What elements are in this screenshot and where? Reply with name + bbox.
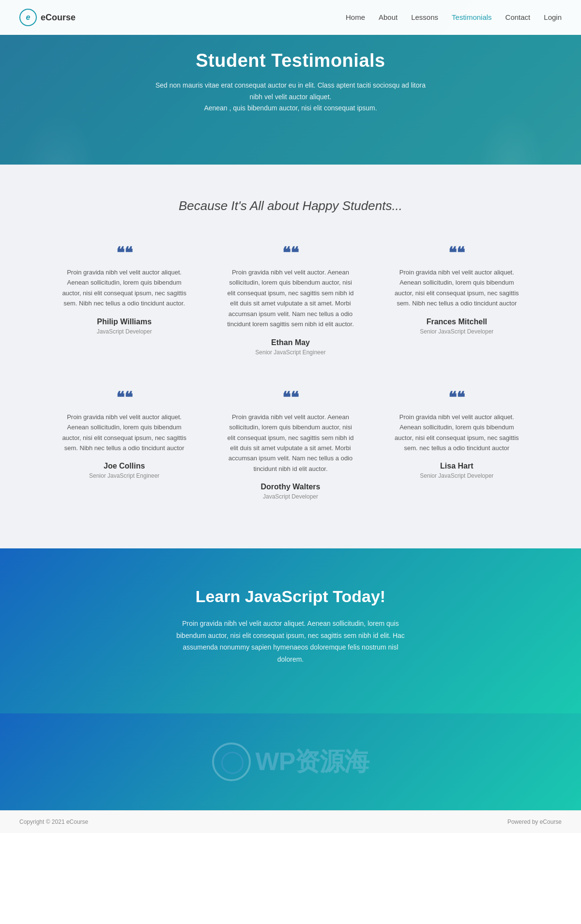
nav-link-about[interactable]: About (379, 13, 398, 21)
hero-title: Student Testimonials (150, 50, 431, 71)
navbar: e eCourse Home About Lessons Testimonial… (0, 0, 581, 35)
brand-icon-letter: e (26, 13, 31, 22)
quote-icon-6: ❝❝ (391, 390, 523, 405)
testimonial-role-5: JavaScript Developer (224, 493, 356, 500)
nav-item-contact[interactable]: Contact (505, 13, 531, 22)
footer-powered: Powered by eCourse (507, 818, 562, 825)
testimonial-card-1: ❝❝ Proin gravida nibh vel velit auctor a… (53, 240, 195, 365)
nav-item-home[interactable]: Home (346, 13, 365, 22)
cta-title: Learn JavaScript Today! (19, 587, 562, 606)
hero-subtitle-line2: Aenean , quis bibendum auctor, nisi elit… (204, 104, 377, 112)
cta-section: Learn JavaScript Today! Proin gravida ni… (0, 548, 581, 713)
hero-subtitle-line1: Sed non mauris vitae erat consequat auct… (155, 81, 426, 101)
testimonial-card-5: ❝❝ Proin gravida nibh vel velit auctor. … (219, 385, 361, 510)
wp-circle (212, 742, 251, 781)
quote-icon-3: ❝❝ (391, 245, 523, 260)
quote-icon-4: ❝❝ (58, 390, 190, 405)
testimonial-name-6: Lisa Hart (391, 462, 523, 470)
testimonial-card-6: ❝❝ Proin gravida nibh vel velit auctor a… (386, 385, 528, 510)
wp-watermark: WP资源海 (0, 713, 581, 810)
hero-subtitle: Sed non mauris vitae erat consequat auct… (150, 80, 431, 114)
brand[interactable]: e eCourse (19, 9, 76, 26)
nav-item-testimonials[interactable]: Testimonials (452, 13, 492, 22)
testimonial-name-3: Frances Mitchell (391, 318, 523, 326)
testimonial-role-6: Senior JavaScript Developer (391, 472, 523, 479)
testimonial-text-5: Proin gravida nibh vel velit auctor. Aen… (224, 412, 356, 474)
footer-copyright: Copyright © 2021 eCourse (19, 818, 88, 825)
quote-icon-1: ❝❝ (58, 245, 190, 260)
nav-list: Home About Lessons Testimonials Contact … (346, 13, 562, 22)
wp-text-wp: WP资源海 (256, 745, 369, 779)
testimonial-role-2: Senior JavaScript Engineer (224, 349, 356, 356)
hero-content: Student Testimonials Sed non mauris vita… (140, 50, 441, 114)
testimonial-text-1: Proin gravida nibh vel velit auctor aliq… (58, 267, 190, 309)
quote-icon-5: ❝❝ (224, 390, 356, 405)
footer: Copyright © 2021 eCourse Powered by eCou… (0, 810, 581, 833)
testimonial-card-2: ❝❝ Proin gravida nibh vel velit auctor. … (219, 240, 361, 365)
nav-item-lessons[interactable]: Lessons (411, 13, 438, 22)
testimonial-text-3: Proin gravida nibh vel velit auctor aliq… (391, 267, 523, 309)
brand-name: eCourse (41, 13, 76, 23)
testimonial-name-4: Joe Collins (58, 462, 190, 470)
nav-link-home[interactable]: Home (346, 13, 365, 21)
testimonial-role-1: JavaScript Developer (58, 328, 190, 335)
cta-text: Proin gravida nibh vel velit auctor aliq… (174, 618, 407, 665)
testimonial-name-1: Philip Williams (58, 318, 190, 326)
testimonial-text-6: Proin gravida nibh vel velit auctor aliq… (391, 412, 523, 454)
nav-link-contact[interactable]: Contact (505, 13, 531, 21)
wp-logo: WP资源海 (212, 742, 369, 781)
nav-link-lessons[interactable]: Lessons (411, 13, 438, 21)
nav-link-login[interactable]: Login (544, 13, 562, 21)
testimonial-card-4: ❝❝ Proin gravida nibh vel velit auctor a… (53, 385, 195, 510)
nav-item-about[interactable]: About (379, 13, 398, 22)
testimonials-grid-row1: ❝❝ Proin gravida nibh vel velit auctor a… (53, 240, 528, 510)
testimonial-text-2: Proin gravida nibh vel velit auctor. Aen… (224, 267, 356, 330)
quote-icon-2: ❝❝ (224, 245, 356, 260)
testimonial-name-2: Ethan May (224, 338, 356, 347)
happy-title: Because It's All about Happy Students... (19, 198, 562, 213)
testimonial-name-5: Dorothy Walters (224, 483, 356, 491)
happy-section: Because It's All about Happy Students...… (0, 165, 581, 548)
nav-link-testimonials[interactable]: Testimonials (452, 13, 492, 21)
testimonial-text-4: Proin gravida nibh vel velit auctor aliq… (58, 412, 190, 454)
testimonial-card-3: ❝❝ Proin gravida nibh vel velit auctor a… (386, 240, 528, 365)
testimonial-role-3: Senior JavaScript Developer (391, 328, 523, 335)
testimonial-role-4: Senior JavaScript Engineer (58, 472, 190, 479)
brand-icon: e (19, 9, 37, 26)
nav-item-login[interactable]: Login (544, 13, 562, 22)
